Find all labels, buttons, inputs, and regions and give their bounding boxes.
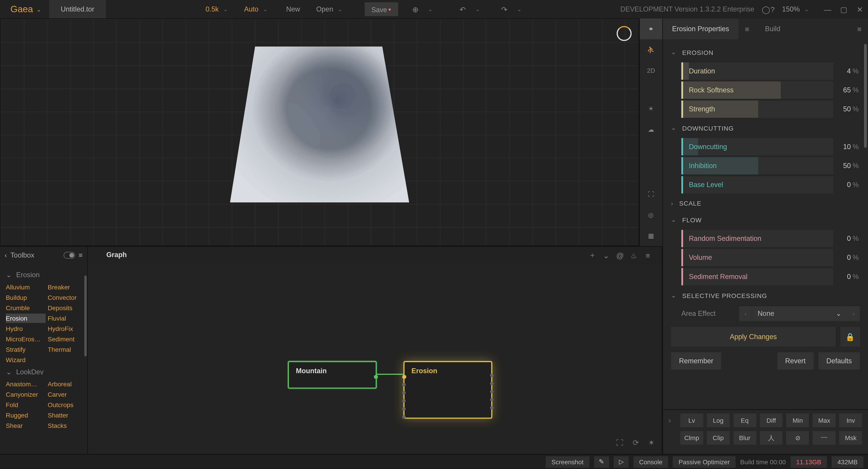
- area-effect-select[interactable]: None⌄: [752, 306, 847, 321]
- defaults-button[interactable]: Defaults: [818, 353, 860, 370]
- toolbox-node[interactable]: Stacks: [48, 421, 87, 430]
- frame-icon[interactable]: ⛶: [640, 184, 662, 204]
- viewport-orbit-gizmo-icon[interactable]: [617, 26, 631, 41]
- lock-icon[interactable]: 🔒: [840, 327, 860, 346]
- save-button[interactable]: Save•: [355, 0, 407, 19]
- open-button[interactable]: Open⌄: [308, 0, 355, 19]
- section-flow[interactable]: FLOW: [671, 211, 860, 228]
- toolbox-toggle[interactable]: [64, 252, 75, 259]
- tab-build[interactable]: Build: [756, 19, 789, 39]
- post-btn-⊘[interactable]: ⊘: [786, 431, 809, 445]
- link-view-icon[interactable]: ⚭: [640, 19, 662, 39]
- post-btn-max[interactable]: Max: [813, 414, 836, 428]
- node-link[interactable]: [377, 374, 403, 375]
- slider-downcutting[interactable]: Downcutting: [681, 138, 833, 156]
- toolbox-node[interactable]: Wizard: [6, 355, 45, 364]
- add-icon[interactable]: ⊕: [407, 5, 424, 13]
- toolbox-node[interactable]: Rugged: [6, 411, 45, 420]
- file-tab[interactable]: Untitled.tor: [49, 0, 106, 19]
- properties-scrollbar[interactable]: [864, 44, 867, 148]
- node-mountain-output-port[interactable]: [374, 375, 378, 379]
- toolbox-node[interactable]: Convector: [48, 293, 87, 302]
- toolbox-node[interactable]: Carver: [48, 390, 87, 399]
- node-erosion-input-port[interactable]: [402, 375, 406, 379]
- toolbox-node[interactable]: Anastom…: [6, 379, 45, 389]
- close-icon[interactable]: ✕: [852, 5, 868, 13]
- minimize-icon[interactable]: —: [819, 5, 836, 13]
- node-erosion[interactable]: Erosion: [403, 361, 493, 419]
- brand-menu-chevron-icon[interactable]: ⌄: [36, 6, 41, 12]
- post-btn-min[interactable]: Min: [786, 414, 809, 428]
- post-btn-inv[interactable]: Inv: [839, 414, 862, 428]
- toolbox-node[interactable]: Hydro: [6, 324, 45, 333]
- grid-icon[interactable]: ▦: [640, 225, 662, 246]
- toolbox-scrollbar[interactable]: [84, 275, 87, 356]
- toolbox-node[interactable]: Alluvium: [6, 282, 45, 292]
- graph-refresh-icon[interactable]: ⟳: [633, 438, 639, 447]
- passive-optimizer-button[interactable]: Passive Optimizer: [673, 456, 736, 467]
- screenshot-button[interactable]: Screenshot: [546, 456, 589, 467]
- post-btn-clmp[interactable]: Clmp: [680, 431, 703, 445]
- node-mountain[interactable]: Mountain: [288, 361, 377, 389]
- section-scale[interactable]: SCALE: [671, 195, 860, 211]
- post-btn-blur[interactable]: Blur: [733, 431, 756, 445]
- view-2d-button[interactable]: 2D: [640, 60, 662, 81]
- graph-add-icon[interactable]: ＋: [585, 250, 599, 261]
- toolbox-menu-icon[interactable]: ≡: [79, 251, 83, 259]
- graph-add-chevron-icon[interactable]: ⌄: [599, 251, 613, 260]
- toolbox-node[interactable]: MicroEros…: [6, 334, 45, 344]
- graph-layout-icon[interactable]: ✶: [648, 438, 655, 447]
- resolution-dropdown[interactable]: 0.5k⌄: [200, 0, 238, 19]
- toolbox-node[interactable]: Sediment: [48, 334, 87, 344]
- area-next-button[interactable]: ›: [847, 306, 860, 321]
- toolbox-node[interactable]: Arboreal: [48, 379, 87, 389]
- postprocess-expand-icon[interactable]: ›: [669, 416, 677, 425]
- apply-changes-button[interactable]: Apply Changes: [671, 327, 836, 346]
- add-chevron-icon[interactable]: ⌄: [423, 6, 437, 12]
- slider-rock-softness[interactable]: Rock Softness: [681, 81, 833, 99]
- console-button[interactable]: Console: [633, 456, 668, 467]
- toolbox-node[interactable]: Buildup: [6, 293, 45, 302]
- undo-icon[interactable]: ↶: [455, 5, 471, 13]
- maximize-icon[interactable]: ▢: [836, 5, 852, 13]
- toolbox-collapse-icon[interactable]: ‹: [4, 251, 7, 259]
- post-btn-〰[interactable]: 〰: [813, 431, 836, 445]
- slider-strength[interactable]: Strength: [681, 101, 833, 118]
- new-button[interactable]: New: [278, 0, 308, 19]
- toolbox-node[interactable]: Canyonizer: [6, 390, 45, 399]
- slider-duration[interactable]: Duration: [681, 62, 833, 80]
- app-brand[interactable]: Gaea: [0, 4, 36, 14]
- person-view-icon[interactable]: ⛹: [640, 39, 662, 60]
- post-btn-人[interactable]: 人: [760, 431, 783, 445]
- undo-chevron-icon[interactable]: ⌄: [471, 6, 485, 12]
- post-btn-log[interactable]: Log: [707, 414, 730, 428]
- slider-inhibition[interactable]: Inhibition: [681, 157, 833, 174]
- graph-fit-icon[interactable]: ⛶: [616, 438, 623, 447]
- toolbox-node[interactable]: Erosion: [6, 313, 45, 323]
- props-menu-icon[interactable]: ≡: [739, 19, 756, 39]
- post-btn-msk[interactable]: Msk: [839, 431, 862, 445]
- toolbox-node[interactable]: Crumble: [6, 303, 45, 312]
- graph-canvas[interactable]: Mountain Erosion ⛶ ⟳ ✶: [88, 264, 662, 454]
- toolbox-node[interactable]: Fluvial: [48, 313, 87, 323]
- revert-button[interactable]: Revert: [777, 353, 814, 370]
- zoom-dropdown[interactable]: 150%⌄: [776, 0, 819, 19]
- atmosphere-icon[interactable]: ☁: [640, 119, 662, 140]
- graph-flame-icon[interactable]: ♨: [627, 251, 641, 260]
- toolbox-node[interactable]: Thermal: [48, 345, 87, 354]
- lighting-icon[interactable]: ☀: [640, 98, 662, 119]
- redo-icon[interactable]: ↷: [496, 5, 513, 13]
- toolbox-section-erosion[interactable]: Erosion: [6, 267, 87, 282]
- graph-menu-icon[interactable]: ≡: [641, 251, 655, 260]
- post-btn-lv[interactable]: Lv: [680, 414, 703, 428]
- section-erosion[interactable]: EROSION: [671, 44, 860, 61]
- toolbox-section-lookdev[interactable]: LookDev: [6, 364, 87, 379]
- graph-at-icon[interactable]: @: [613, 251, 627, 260]
- toolbox-node[interactable]: [48, 355, 87, 364]
- viewport-3d[interactable]: [0, 19, 639, 246]
- redo-chevron-icon[interactable]: ⌄: [513, 6, 526, 12]
- compass-icon[interactable]: ◎: [640, 204, 662, 225]
- slider-random-sedimentation[interactable]: Random Sedimentation: [681, 230, 833, 247]
- slider-sediment-removal[interactable]: Sediment Removal: [681, 268, 833, 285]
- section-downcutting[interactable]: DOWNCUTTING: [671, 120, 860, 136]
